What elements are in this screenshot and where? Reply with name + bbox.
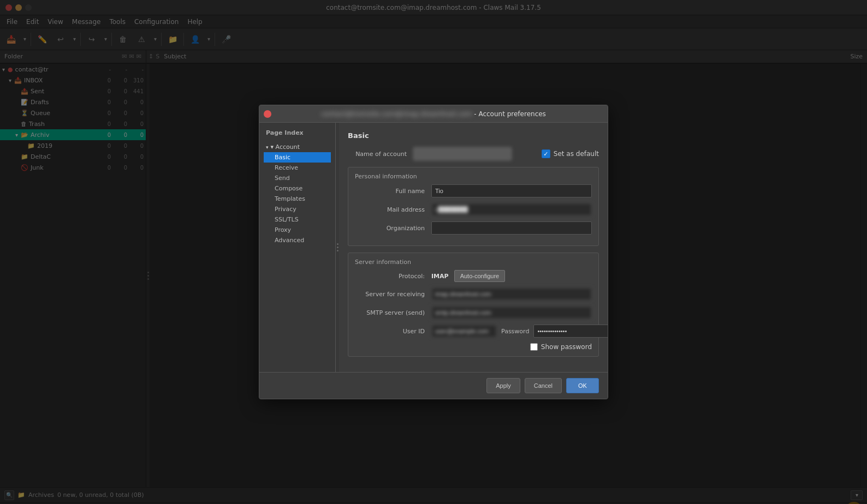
account-name-field-label: Name of account (348, 151, 413, 158)
page-index-proxy[interactable]: Proxy (264, 225, 331, 235)
personal-info-group: Personal information Full name Mail addr… (348, 167, 599, 246)
organization-row: Organization (355, 221, 592, 235)
modal-overlay: contact@tromsite.com@imap.dreamhost.com … (0, 0, 867, 504)
full-name-row: Full name (355, 184, 592, 197)
account-preferences-dialog: contact@tromsite.com@imap.dreamhost.com … (259, 105, 608, 399)
page-index-advanced-label: Advanced (275, 237, 304, 244)
credentials-row: User ID Password (355, 325, 592, 338)
page-index-basic-label: Basic (275, 154, 290, 161)
protocol-value-text: IMAP (431, 273, 449, 280)
resize-dot-1 (337, 243, 339, 245)
show-password-row: Show password (355, 343, 592, 351)
server-info-group: Server information Protocol: IMAP Auto-c… (348, 253, 599, 357)
content-title: Basic (348, 131, 599, 140)
organization-input[interactable] (431, 221, 592, 235)
resize-dot-3 (337, 250, 339, 251)
apply-button[interactable]: Apply (486, 378, 520, 393)
dialog-title-suffix: - Account preferences (474, 110, 546, 118)
set-as-default-label: Set as default (554, 150, 599, 158)
password-input[interactable] (533, 325, 608, 338)
mail-address-input[interactable] (431, 203, 592, 216)
full-name-label: Full name (355, 188, 431, 195)
page-index-templates-label: Templates (275, 195, 305, 202)
dialog-close-button[interactable] (264, 110, 271, 118)
mail-address-row: Mail address (355, 203, 592, 216)
cancel-button[interactable]: Cancel (525, 378, 562, 393)
account-section: ▾ ▾ Account Basic Receive Send Compose (259, 141, 335, 247)
auto-configure-button[interactable]: Auto-configure (454, 270, 506, 282)
protocol-value-area: IMAP Auto-configure (431, 270, 505, 282)
page-index-compose[interactable]: Compose (264, 183, 331, 194)
set-default-area: ✓ Set as default (542, 149, 599, 158)
page-index-receive[interactable]: Receive (264, 163, 331, 173)
page-index-advanced[interactable]: Advanced (264, 235, 331, 245)
account-chevron-icon: ▾ (266, 145, 269, 150)
organization-label: Organization (355, 225, 431, 232)
page-index-ssltls-label: SSL/TLS (275, 216, 299, 223)
personal-info-title: Personal information (355, 173, 592, 180)
account-section-label: ▾ Account (271, 143, 300, 151)
user-id-input[interactable] (431, 325, 497, 338)
resize-dot-2 (337, 247, 339, 248)
page-index-basic[interactable]: Basic (264, 152, 331, 163)
resize-dots (337, 243, 339, 251)
protocol-label: Protocol: (355, 273, 431, 280)
dialog-titlebar: contact@tromsite.com@imap.dreamhost.com … (259, 105, 608, 123)
show-password-checkbox[interactable] (530, 343, 538, 351)
page-index-proxy-label: Proxy (275, 226, 291, 233)
set-as-default-checkbox[interactable]: ✓ (542, 149, 550, 158)
page-index-panel: Page Index ▾ ▾ Account Basic Receive Sen… (259, 123, 336, 372)
protocol-row: Protocol: IMAP Auto-configure (355, 270, 592, 282)
dialog-content-area: Basic Name of account ✓ Set as default P… (339, 123, 608, 372)
password-label: Password (497, 328, 533, 335)
server-receiving-label: Server for receiving (355, 291, 431, 298)
dialog-title-prefix: contact@tromsite.com@imap.dreamhost.com (321, 110, 472, 118)
dialog-buttons: Apply Cancel OK (259, 372, 608, 399)
page-index-title: Page Index (259, 127, 335, 141)
user-id-label: User ID (355, 328, 431, 335)
dialog-body: Page Index ▾ ▾ Account Basic Receive Sen… (259, 123, 608, 372)
page-index-send[interactable]: Send (264, 173, 331, 183)
account-name-row: Name of account ✓ Set as default (348, 147, 599, 160)
full-name-input[interactable] (431, 184, 592, 197)
dialog-title: contact@tromsite.com@imap.dreamhost.com … (321, 110, 546, 118)
ok-button[interactable]: OK (566, 378, 599, 393)
page-index-receive-label: Receive (275, 164, 298, 171)
page-index-compose-label: Compose (275, 185, 302, 192)
server-receiving-input[interactable] (431, 287, 592, 301)
page-index-send-label: Send (275, 175, 290, 182)
page-index-privacy-label: Privacy (275, 206, 296, 213)
smtp-server-input[interactable] (431, 306, 592, 319)
server-receiving-row: Server for receiving (355, 287, 592, 301)
page-index-ssltls[interactable]: SSL/TLS (264, 214, 331, 225)
server-info-title: Server information (355, 259, 592, 266)
smtp-server-label: SMTP server (send) (355, 309, 431, 316)
account-name-input[interactable] (413, 147, 512, 160)
mail-address-label: Mail address (355, 206, 431, 213)
page-index-privacy[interactable]: Privacy (264, 204, 331, 214)
show-password-label: Show password (541, 343, 592, 351)
account-section-header[interactable]: ▾ ▾ Account (264, 142, 331, 152)
smtp-server-row: SMTP server (send) (355, 306, 592, 319)
page-index-templates[interactable]: Templates (264, 194, 331, 204)
